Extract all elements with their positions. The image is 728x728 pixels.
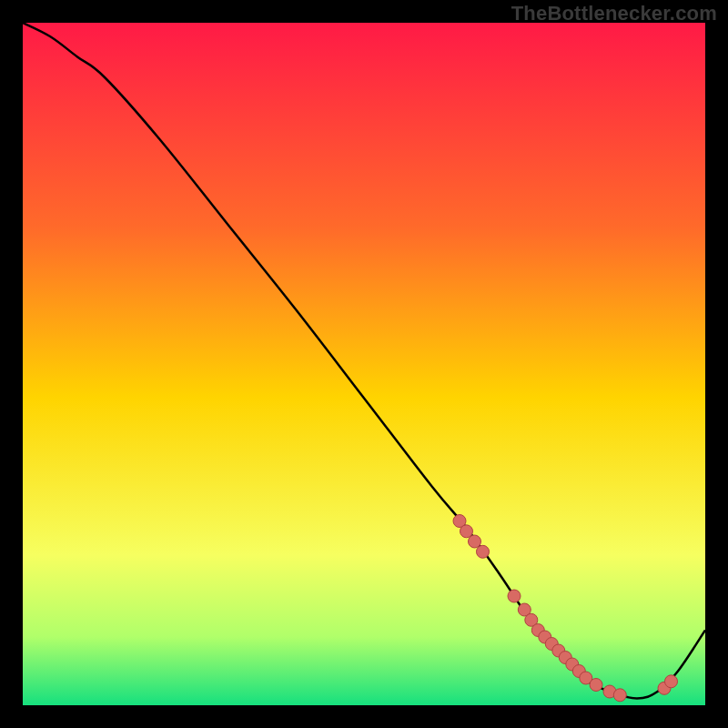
plot-area [23, 23, 705, 705]
data-marker [665, 675, 678, 688]
chart-frame: TheBottlenecker.com [0, 0, 728, 728]
gradient-background [23, 23, 705, 705]
data-marker [590, 679, 602, 692]
data-marker [508, 590, 521, 602]
chart-svg [23, 23, 705, 705]
data-marker [460, 525, 473, 538]
data-marker [469, 535, 481, 548]
data-marker [613, 689, 626, 702]
data-marker [477, 545, 490, 558]
